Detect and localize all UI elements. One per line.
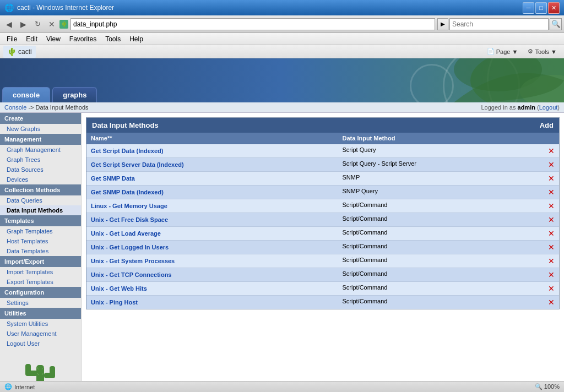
stop-button[interactable]: ✕	[45, 18, 58, 31]
menu-edit[interactable]: Edit	[21, 34, 42, 44]
back-button[interactable]: ◀	[2, 18, 15, 31]
tools-button[interactable]: ⚙ Tools ▼	[524, 45, 561, 59]
cell-name: Get Script Data (Indexed)	[86, 144, 338, 158]
sidebar-item-data-sources[interactable]: Data Sources	[0, 165, 81, 175]
data-table: Name** Data Input Method Get Script Data…	[86, 133, 559, 309]
breadcrumb-console-link[interactable]: Console	[4, 104, 26, 111]
add-button[interactable]: Add	[540, 121, 554, 129]
sidebar-item-host-templates[interactable]: Host Templates	[0, 236, 81, 246]
delete-button[interactable]: ✕	[548, 298, 555, 307]
window-controls: ─ □ ✕	[523, 2, 560, 14]
forward-button[interactable]: ▶	[17, 18, 30, 31]
cell-method: Script/Command✕	[338, 213, 559, 227]
row-link[interactable]: Get SNMP Data	[91, 175, 135, 182]
favorites-bar: 🌵 cacti 📄 Page ▼ ⚙ Tools ▼	[0, 45, 564, 58]
menu-favorites[interactable]: Favorites	[65, 34, 101, 44]
cacti-tabs: console graphs	[0, 87, 97, 102]
title-bar: 🌐 cacti - Windows Internet Explorer ─ □ …	[0, 0, 564, 15]
sidebar-item-data-queries[interactable]: Data Queries	[0, 195, 81, 205]
sidebar-item-logout-user[interactable]: Logout User	[0, 339, 81, 349]
page-button[interactable]: 📄 Page ▼	[483, 45, 522, 59]
restore-button[interactable]: □	[535, 2, 547, 14]
table-row: Get SNMP Data (Indexed)SNMP Query✕	[86, 186, 559, 199]
row-link[interactable]: Linux - Get Memory Usage	[91, 203, 167, 209]
row-link[interactable]: Get SNMP Data (Indexed)	[91, 189, 164, 195]
sidebar-section-management: Management	[0, 134, 81, 145]
breadcrumb-separator: ->	[28, 104, 35, 111]
sidebar-item-graph-management[interactable]: Graph Management	[0, 145, 81, 155]
delete-button[interactable]: ✕	[548, 270, 555, 279]
delete-button[interactable]: ✕	[548, 243, 555, 252]
row-link[interactable]: Unix - Get Logged In Users	[91, 244, 169, 251]
close-button[interactable]: ✕	[548, 2, 560, 14]
cell-method: Script/Command✕	[338, 254, 559, 268]
sidebar-item-devices[interactable]: Devices	[0, 175, 81, 184]
delete-button[interactable]: ✕	[548, 160, 555, 169]
browser-icon: 🌐	[4, 3, 14, 12]
row-link[interactable]: Unix - Get Web Hits	[91, 285, 147, 292]
address-favicon: 🌵	[59, 20, 68, 29]
refresh-button[interactable]: ↻	[31, 18, 44, 31]
minimize-button[interactable]: ─	[523, 2, 534, 14]
table-header: Data Input Methods Add	[86, 118, 559, 133]
row-link[interactable]: Unix - Get TCP Connections	[91, 271, 171, 278]
sidebar-item-import-templates[interactable]: Import Templates	[0, 267, 81, 277]
logged-in-prefix: Logged in as	[481, 104, 516, 111]
cell-method: Script/Command✕	[338, 296, 559, 309]
row-link[interactable]: Get Script Data (Indexed)	[91, 148, 163, 154]
sidebar-item-system-utilities[interactable]: System Utilities	[0, 319, 81, 329]
sidebar-section-utilities: Utilities	[0, 308, 81, 319]
menu-tools[interactable]: Tools	[101, 34, 125, 44]
row-link[interactable]: Unix - Get Load Average	[91, 230, 161, 237]
header-decoration	[344, 58, 564, 102]
sidebar-item-graph-templates[interactable]: Graph Templates	[0, 226, 81, 236]
row-link[interactable]: Unix - Get Free Disk Space	[91, 216, 168, 223]
search-button[interactable]: 🔍	[550, 18, 562, 30]
delete-button[interactable]: ✕	[548, 146, 555, 155]
row-link[interactable]: Unix - Ping Host	[91, 299, 138, 306]
col-name: Name**	[86, 133, 338, 144]
delete-button[interactable]: ✕	[548, 257, 555, 265]
address-input[interactable]	[70, 18, 435, 30]
sidebar-section-import-export: Import/Export	[0, 256, 81, 267]
sidebar-item-export-templates[interactable]: Export Templates	[0, 277, 81, 287]
fav-cacti[interactable]: 🌵 cacti	[3, 46, 36, 58]
address-bar-container: 🌵 ▶	[59, 18, 448, 30]
menu-file[interactable]: File	[2, 34, 21, 44]
sidebar-item-user-management[interactable]: User Management	[0, 329, 81, 339]
sidebar-item-graph-trees[interactable]: Graph Trees	[0, 155, 81, 165]
status-zone: 🌐 Internet	[4, 383, 35, 390]
delete-button[interactable]: ✕	[548, 188, 555, 197]
fav-icon: 🌵	[7, 47, 17, 56]
sidebar-item-data-templates[interactable]: Data Templates	[0, 246, 81, 256]
delete-button[interactable]: ✕	[548, 229, 555, 238]
delete-button[interactable]: ✕	[548, 284, 555, 293]
delete-button[interactable]: ✕	[548, 174, 555, 183]
table-row: Unix - Get Load AverageScript/Command✕	[86, 227, 559, 241]
search-input[interactable]	[449, 18, 549, 30]
cell-method: SNMP Query✕	[338, 186, 559, 199]
sidebar-item-new-graphs[interactable]: New Graphs	[0, 124, 81, 134]
tab-graphs[interactable]: graphs	[52, 87, 97, 102]
sidebar-logo	[0, 349, 81, 381]
logout-link[interactable]: Logout	[539, 104, 558, 111]
delete-button[interactable]: ✕	[548, 215, 555, 224]
cell-method: Script/Command✕	[338, 227, 559, 241]
delete-button[interactable]: ✕	[548, 202, 555, 210]
header-svg	[344, 58, 564, 102]
sidebar-item-data-input-methods[interactable]: Data Input Methods	[0, 205, 81, 215]
go-button[interactable]: ▶	[437, 18, 448, 30]
search-container: 🔍	[449, 18, 562, 30]
table-row: Unix - Get Web HitsScript/Command✕	[86, 282, 559, 296]
menu-view[interactable]: View	[42, 34, 65, 44]
menu-help[interactable]: Help	[125, 34, 148, 44]
sidebar-item-settings[interactable]: Settings	[0, 298, 81, 308]
cell-name: Unix - Get Logged In Users	[86, 241, 338, 254]
tab-console[interactable]: console	[2, 87, 50, 102]
zone-label: Internet	[14, 384, 35, 390]
sidebar-section-create: Create	[0, 113, 81, 124]
row-link[interactable]: Get Script Server Data (Indexed)	[91, 161, 184, 168]
status-right: 🔍 100%	[535, 383, 560, 390]
row-link[interactable]: Unix - Get System Processes	[91, 258, 175, 264]
data-table-wrapper: Data Input Methods Add Name** Data Input…	[86, 117, 560, 309]
